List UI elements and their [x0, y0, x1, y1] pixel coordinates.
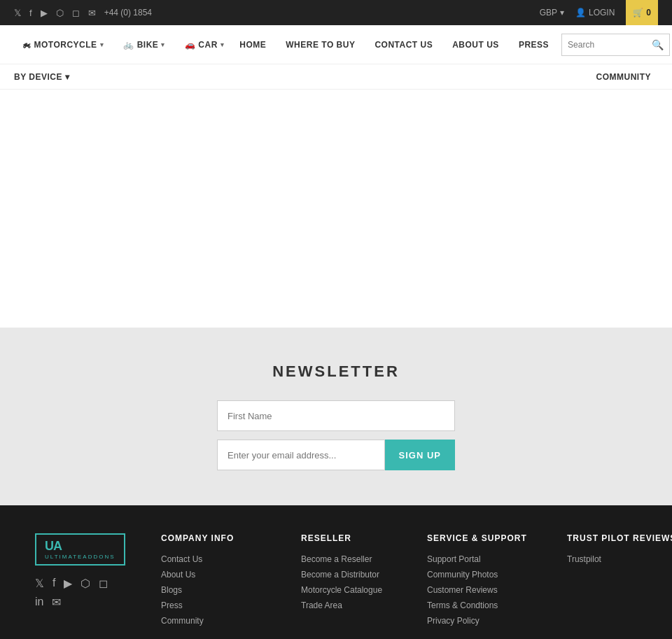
nav-car[interactable]: 🚗 CAR ▾: [176, 25, 233, 64]
newsletter-email-row: SIGN UP: [217, 440, 455, 470]
instagram-icon[interactable]: ◻: [72, 8, 80, 18]
footer-motorcycle-catalogue[interactable]: Motorcycle Catalogue: [301, 585, 413, 595]
nav-bike[interactable]: 🚲 BIKE ▾: [115, 25, 174, 64]
chevron-down-icon: ▾: [560, 8, 564, 17]
footer-contact-us[interactable]: Contact Us: [161, 554, 287, 564]
currency-selector[interactable]: GBP ▾: [540, 8, 564, 17]
footer-privacy[interactable]: Privacy Policy: [427, 616, 553, 626]
search-box[interactable]: 🔍: [561, 34, 670, 56]
phone-number: +44 (0) 1854: [104, 8, 152, 17]
email-icon[interactable]: ✉: [88, 8, 96, 18]
sign-up-button[interactable]: SIGN UP: [385, 440, 455, 470]
cart-icon: 🛒: [633, 8, 643, 17]
footer-service-title: SERVICE & SUPPORT: [427, 533, 553, 543]
vimeo-icon[interactable]: ⬡: [56, 8, 64, 18]
search-button[interactable]: 🔍: [652, 39, 664, 50]
login-button[interactable]: 👤 LOGIN: [575, 8, 615, 17]
footer-logo: UA ULTIMATEADDONS: [35, 533, 147, 566]
currency-label: GBP: [540, 8, 557, 17]
footer-social-2: in ✉: [35, 596, 147, 609]
motorcycle-icon: 🏍: [22, 40, 31, 50]
footer-company-col: COMPANY INFO Contact Us About Us Blogs P…: [161, 533, 287, 631]
footer-about-us[interactable]: About Us: [161, 570, 287, 580]
footer-youtube-icon[interactable]: ▶: [64, 577, 72, 590]
search-input[interactable]: [568, 40, 652, 50]
secondary-nav: BY DEVICE ▾ COMMUNITY: [0, 64, 672, 90]
user-icon: 👤: [575, 8, 586, 17]
email-input[interactable]: [217, 440, 385, 470]
footer-reseller-title: RESELLER: [301, 533, 413, 543]
nav-motorcycle[interactable]: 🏍 MOTORCYCLE ▾: [14, 25, 112, 64]
chevron-down-icon: ▾: [100, 41, 104, 48]
footer-instagram-icon[interactable]: ◻: [99, 577, 108, 590]
twitter-icon[interactable]: 𝕏: [14, 8, 21, 18]
nav-contact-us[interactable]: CONTACT US: [368, 25, 440, 64]
nav-right: HOME WHERE TO BUY CONTACT US ABOUT US PR…: [232, 25, 670, 64]
footer-community[interactable]: Community: [161, 616, 287, 626]
footer-blogs[interactable]: Blogs: [161, 585, 287, 595]
footer-trustpilot[interactable]: Trustpilot: [567, 554, 672, 564]
footer-email-icon[interactable]: ✉: [52, 596, 61, 609]
nav-by-device[interactable]: BY DEVICE ▾: [14, 72, 69, 82]
logo-sub: ULTIMATEADDONS: [45, 554, 115, 560]
footer-linkedin-icon[interactable]: in: [35, 596, 43, 609]
footer-become-distributor[interactable]: Become a Distributor: [301, 570, 413, 580]
nav-where-to-buy[interactable]: WHERE TO BUY: [279, 25, 362, 64]
footer-social: 𝕏 f ▶ ⬡ ◻: [35, 577, 147, 590]
logo-box[interactable]: UA ULTIMATEADDONS: [35, 533, 125, 566]
footer-facebook-icon[interactable]: f: [52, 577, 55, 590]
nav-home[interactable]: HOME: [232, 25, 273, 64]
footer-vimeo-icon[interactable]: ⬡: [80, 577, 90, 590]
footer-company-title: COMPANY INFO: [161, 533, 287, 543]
cart-count: 0: [646, 8, 651, 17]
footer-service-col: SERVICE & SUPPORT Support Portal Communi…: [427, 533, 553, 631]
logo-text: UA: [45, 539, 62, 553]
youtube-icon[interactable]: ▶: [41, 8, 48, 18]
footer-trade-area[interactable]: Trade Area: [301, 601, 413, 610]
main-nav: 🏍 MOTORCYCLE ▾ 🚲 BIKE ▾ 🚗 CAR ▾ HOME WHE…: [0, 25, 672, 64]
nav-community[interactable]: COMMUNITY: [589, 72, 659, 82]
top-bar: 𝕏 f ▶ ⬡ ◻ ✉ +44 (0) 1854 GBP ▾ 👤 LOGIN 🛒…: [0, 0, 672, 25]
footer-community-photos[interactable]: Community Photos: [427, 570, 553, 580]
chevron-down-icon: ▾: [161, 41, 165, 48]
footer-twitter-icon[interactable]: 𝕏: [35, 577, 44, 590]
footer: UA ULTIMATEADDONS 𝕏 f ▶ ⬡ ◻ in ✉ COMPANY…: [0, 505, 672, 639]
chevron-down-icon: ▾: [65, 72, 70, 82]
footer-press[interactable]: Press: [161, 601, 287, 610]
top-bar-social: 𝕏 f ▶ ⬡ ◻ ✉ +44 (0) 1854: [14, 8, 152, 18]
newsletter-section: NEWSLETTER SIGN UP: [0, 328, 672, 505]
nav-press[interactable]: PRESS: [512, 25, 556, 64]
footer-support-portal[interactable]: Support Portal: [427, 554, 553, 564]
cart-button[interactable]: 🛒 0: [626, 0, 658, 25]
footer-become-reseller[interactable]: Become a Reseller: [301, 554, 413, 564]
car-icon: 🚗: [185, 40, 196, 50]
first-name-input[interactable]: [217, 400, 455, 431]
footer-reseller-col: RESELLER Become a Reseller Become a Dist…: [301, 533, 413, 631]
nav-about-us[interactable]: ABOUT US: [445, 25, 506, 64]
main-content: [0, 90, 672, 328]
footer-customer-reviews[interactable]: Customer Reviews: [427, 585, 553, 595]
nav-left: 🏍 MOTORCYCLE ▾ 🚲 BIKE ▾ 🚗 CAR ▾: [14, 25, 232, 64]
footer-terms[interactable]: Terms & Condtions: [427, 601, 553, 610]
newsletter-title: NEWSLETTER: [272, 363, 400, 381]
bike-icon: 🚲: [123, 40, 134, 50]
footer-logo-col: UA ULTIMATEADDONS 𝕏 f ▶ ⬡ ◻ in ✉: [35, 533, 147, 631]
facebook-icon[interactable]: f: [29, 8, 32, 18]
footer-trust-col: TRUST PILOT REVIEWS Trustpilot: [567, 533, 672, 631]
chevron-down-icon: ▾: [220, 41, 225, 48]
footer-trust-title: TRUST PILOT REVIEWS: [567, 533, 672, 543]
newsletter-form: SIGN UP: [217, 400, 455, 470]
top-bar-actions: GBP ▾ 👤 LOGIN 🛒 0: [540, 0, 658, 25]
footer-grid: UA ULTIMATEADDONS 𝕏 f ▶ ⬡ ◻ in ✉ COMPANY…: [35, 533, 637, 631]
